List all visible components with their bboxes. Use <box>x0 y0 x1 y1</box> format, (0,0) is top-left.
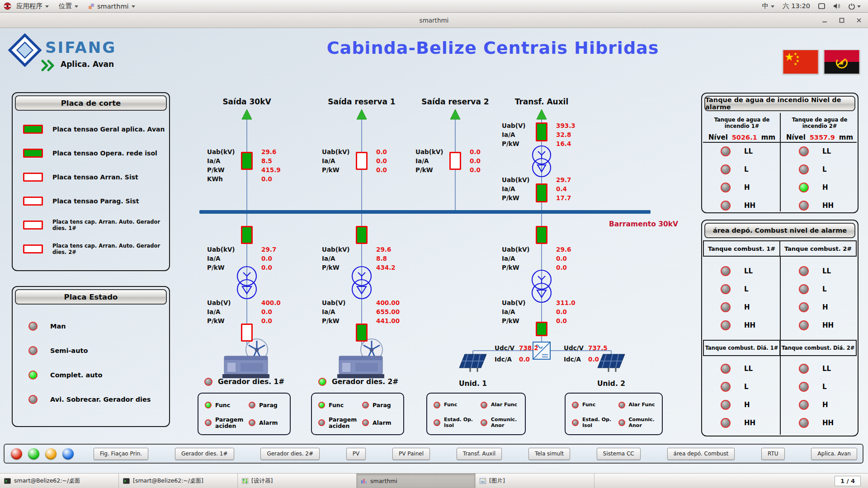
water-tank2-name: Tanque de agua de incendio 2# <box>781 117 859 129</box>
distro-logo-icon[interactable] <box>4 2 11 10</box>
led-gray-icon <box>799 201 809 211</box>
toolbar-button[interactable]: PV <box>346 448 366 460</box>
menu-applications-label: 应用程序 <box>16 2 42 10</box>
measurement-value: 0.0 <box>261 308 272 315</box>
status-label: H <box>744 401 750 409</box>
measurement-label: P/kW <box>502 264 540 271</box>
clock[interactable]: 六 13:20 <box>783 2 810 10</box>
gen2-status-box: FuncParagParagem acidenAlarm <box>311 393 404 435</box>
status-row: H <box>703 396 781 414</box>
breaker-state-icon <box>23 125 43 134</box>
measurement-row: P/kW0.0 <box>207 263 276 272</box>
minimize-button[interactable] <box>822 18 827 23</box>
breaker-gen2-lv[interactable] <box>356 324 368 342</box>
screen-layout-icon[interactable] <box>818 3 825 9</box>
taskbar-item[interactable]: smart@Belize62:~/桌面 <box>0 474 119 488</box>
taskbar-item-label: smarthmi <box>370 478 397 484</box>
led-gray-icon <box>434 419 440 426</box>
water-tank2-alarms: LLLHHH <box>781 142 859 215</box>
diesel-generator-2-icon <box>337 339 384 378</box>
close-button[interactable] <box>856 18 862 23</box>
legend-label: Placa tens cap. Arran. Auto. Gerador die… <box>52 243 169 255</box>
water-tank1-level: Nível 5026.1 mm <box>703 133 781 141</box>
taskbar-item[interactable]: [设计器] <box>238 474 357 488</box>
panel-water-alarm-header: Tanque de agua de incendio Nivel de alar… <box>704 96 855 111</box>
measurement-label: P/kW <box>415 166 453 174</box>
led-gray-icon <box>721 284 731 294</box>
measurement-row: Udc/V738.2 <box>495 342 538 353</box>
measurement-label: Ia/A <box>415 157 453 164</box>
toolbar-button[interactable]: PV Painel <box>392 448 430 460</box>
toolbar-button[interactable]: Fig. Fiaçao Prin. <box>94 448 148 460</box>
window-titlebar[interactable]: smarthmi <box>0 13 868 28</box>
measurement-value: 8.8 <box>376 255 387 262</box>
status-row: L <box>703 280 781 298</box>
breaker-aux-lv[interactable] <box>536 122 547 141</box>
led-gray-icon <box>721 183 731 192</box>
water-tank1-column: Tanque de agua de incendio 1# Nível 5026… <box>703 113 781 141</box>
measurement-value: 29.7 <box>261 246 276 253</box>
workspace-pager[interactable]: 1 / 4 <box>835 476 861 486</box>
taskbar-item[interactable]: [图片] <box>476 474 594 488</box>
taskbar-items: smart@Belize62:~/桌面[smart@Belize62:~/桌面]… <box>0 474 594 488</box>
designer-icon <box>242 478 248 484</box>
navigation-toolbar: Fig. Fiaçao Prin.Gerador dies. 1#Gerador… <box>4 444 863 464</box>
maximize-button[interactable] <box>839 18 844 23</box>
power-icon[interactable] <box>849 3 861 9</box>
breaker-pv-lv[interactable] <box>536 322 547 336</box>
breaker-reserva1[interactable] <box>356 152 368 170</box>
terminal-icon <box>4 478 11 484</box>
toolbar-button[interactable]: área depó. Combust <box>667 448 735 460</box>
toolbar-button[interactable]: Aplica. Avan <box>811 448 857 460</box>
taskbar-item[interactable]: [smart@Belize62:~/桌面] <box>119 474 238 488</box>
measurement-label: P/kW <box>502 140 540 147</box>
breaker-aux-hv[interactable] <box>536 183 547 202</box>
measurement-value: 0.0 <box>376 166 387 174</box>
measure-pv-hv: Uab(kV)29.6Ia/A0.0P/kW0.0 <box>502 245 571 272</box>
indicator-lamp[interactable] <box>11 448 22 460</box>
water-tank1-name: Tanque de agua de incendio 1# <box>703 117 781 129</box>
measurement-value: 738.2 <box>519 344 538 352</box>
measurement-row: Ia/A0.0 <box>502 307 576 316</box>
menu-applications[interactable]: 应用程序 <box>11 0 54 12</box>
breaker-saida30kv[interactable] <box>241 152 253 170</box>
taskbar-item-label: smart@Belize62:~/桌面 <box>14 477 80 485</box>
status-label: LL <box>822 365 831 373</box>
menu-places[interactable]: 位置 <box>54 0 83 12</box>
breaker-gen1-hv[interactable] <box>241 226 253 244</box>
indicator-lamp[interactable] <box>28 448 39 460</box>
gen1-label[interactable]: Gerador dies. 1# <box>218 378 284 386</box>
breaker-reserva2[interactable] <box>449 152 461 170</box>
input-method-indicator[interactable]: 中 <box>762 2 775 10</box>
toolbar-button[interactable]: Transf. Auxil <box>457 448 502 460</box>
gen2-label[interactable]: Gerador dies. 2# <box>332 378 398 386</box>
taskbar-item[interactable]: smarthmi <box>357 474 476 488</box>
status-label: HH <box>744 321 755 329</box>
breaker-gen2-hv[interactable] <box>356 226 368 244</box>
nav-label[interactable]: Aplica. Avan <box>61 60 114 69</box>
diesel-generator-1-icon <box>222 339 269 378</box>
indicator-lamp[interactable] <box>45 448 57 460</box>
breaker-state-icon <box>23 149 43 158</box>
toolbar-button[interactable]: Tela simult <box>528 448 570 460</box>
measurement-label: Ia/A <box>207 255 245 262</box>
breaker-pv-hv[interactable] <box>536 226 547 244</box>
pv-unit2-label[interactable]: Unid. 2 <box>590 380 632 388</box>
indicator-lamp[interactable] <box>62 448 74 460</box>
volume-icon[interactable] <box>833 3 840 9</box>
breaker-gen1-lv[interactable] <box>241 324 253 342</box>
measurement-row: KWh0.0 <box>207 174 281 183</box>
toolbar-button[interactable]: RTU <box>761 448 785 460</box>
status-row: Func <box>567 396 614 414</box>
measurement-value: 0.0 <box>261 175 272 183</box>
measure-pv-dc1: Udc/V738.2Idc/A0.0 <box>495 342 538 365</box>
toolbar-button[interactable]: Sistema CC <box>597 448 641 460</box>
toolbar-button[interactable]: Gerador dies. 2# <box>260 448 320 460</box>
pv-unit1-label[interactable]: Unid. 1 <box>452 380 494 388</box>
toolbar-button[interactable]: Gerador dies. 1# <box>175 448 234 460</box>
menu-active-window[interactable]: smarthmi <box>83 0 140 12</box>
status-row: LL <box>781 262 859 280</box>
panel-fuel-alarm-header: área depó. Combust nivel de alarme <box>704 223 855 238</box>
measurement-label: Ia/A <box>322 157 360 164</box>
level-label: Nível <box>708 133 728 141</box>
